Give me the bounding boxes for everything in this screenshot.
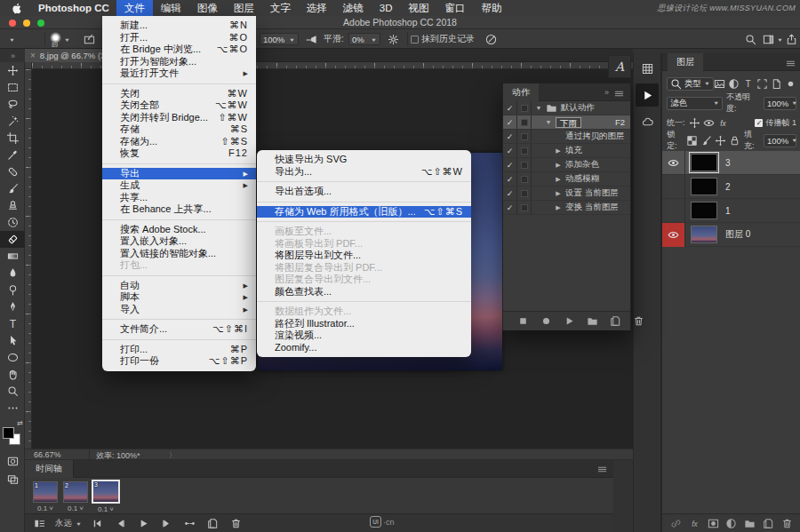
history-brush-tool[interactable] [0,214,25,231]
caret-icon[interactable]: ▼ [535,105,542,111]
unify-position-icon[interactable] [689,117,700,129]
file-menu-item[interactable]: 关闭全部⌥⌘W [102,99,256,112]
action-dialog-toggle[interactable] [517,201,532,214]
blend-mode-select[interactable]: 滤色 ▼ [667,97,723,110]
file-menu-item[interactable]: 搜索 Adobe Stock... [102,224,256,236]
timeline-tab[interactable]: 时间轴 [25,460,74,478]
creative-cloud-icon[interactable] [636,110,659,133]
smoothing-dropdown[interactable]: 0% ▼ [348,33,380,45]
file-menu-item[interactable]: 导出▶ [102,168,256,180]
file-menu-item[interactable]: 在 Behance 上共享... [102,203,256,216]
clone-stamp-tool[interactable] [0,197,25,214]
actions-tab[interactable]: 动作 [503,83,539,101]
action-check-icon[interactable]: ✓ [503,130,517,143]
blur-tool[interactable] [0,265,25,282]
new-group-icon[interactable] [744,518,756,529]
lock-all-icon[interactable] [729,135,740,147]
export-submenu-item[interactable]: 快速导出为 SVG [257,154,471,166]
layer-visibility-toggle[interactable] [662,199,685,223]
file-menu-item[interactable]: 置入嵌入对象... [102,235,256,248]
layers-tab[interactable]: 图层 [668,53,703,71]
action-row[interactable]: ✓▼默认动作 [503,101,630,115]
file-menu-item[interactable]: 自动▶ [102,280,256,292]
zoom-tool[interactable] [0,383,25,400]
type-tool[interactable]: T [0,315,25,332]
unify-style-icon[interactable]: fx [717,117,729,129]
lock-transparency-icon[interactable] [686,135,698,147]
crop-tool[interactable] [0,130,25,147]
quick-mask-icon[interactable] [0,453,25,469]
play-action-icon[interactable] [564,315,575,327]
menubar-item-3D[interactable]: 3D [372,0,401,16]
menubar-item-选择[interactable]: 选择 [299,0,335,16]
swatches-panel-icon[interactable] [636,57,659,80]
layer-thumbnail[interactable] [691,226,717,243]
eyedropper-tool[interactable] [0,147,25,163]
action-check-icon[interactable]: ✓ [503,172,517,186]
export-submenu-item[interactable]: 路径到 Illustrator... [257,318,471,330]
eraser-tool[interactable] [0,231,25,248]
delete-layer-icon[interactable] [781,518,793,529]
action-row[interactable]: ✓▼下雨F2 [503,115,630,130]
propagate-checkbox[interactable]: ✓ [755,119,763,127]
menubar-item-帮助[interactable]: 帮助 [474,0,510,16]
layer-visibility-toggle[interactable] [662,175,685,199]
glyphs-panel-icon[interactable]: A [608,55,631,78]
path-selection-tool[interactable] [0,332,25,349]
filter-adjustment-layers-icon[interactable] [728,78,740,90]
filter-type-layers-icon[interactable]: T [742,78,754,90]
file-menu-item[interactable]: 最近打开文件▶ [102,67,256,80]
file-menu-item[interactable]: 恢复F12 [102,147,256,160]
layer-thumbnail[interactable] [691,202,717,219]
menubar-item-视图[interactable]: 视图 [401,0,437,16]
new-layer-icon[interactable] [763,518,774,529]
app-menu[interactable]: Photoshop CC [31,3,116,13]
action-dialog-toggle[interactable] [517,130,532,143]
actions-panel-icon[interactable] [636,83,659,107]
screen-mode-icon[interactable] [0,471,25,487]
layer-name[interactable]: 1 [725,206,731,216]
previous-frame-button[interactable] [114,518,128,529]
file-menu-item[interactable]: 新建...⌘N [102,20,256,32]
tool-preset-picker[interactable]: ▼ [6,29,15,49]
delete-action-icon[interactable] [633,315,644,327]
export-submenu-item[interactable]: 将图层复合导出到 PDF... [257,262,471,274]
more-tools[interactable] [0,400,25,417]
stop-recording-icon[interactable] [517,315,529,327]
layer-thumbnail[interactable] [691,154,717,171]
duplicate-frame-button[interactable] [206,518,220,529]
action-dialog-toggle[interactable] [517,144,532,157]
export-submenu-item[interactable]: 将画板导出到 PDF... [257,238,471,250]
caret-icon[interactable]: ▶ [555,162,562,169]
collapse-panels-icon[interactable]: » [0,49,25,62]
layer-style-icon[interactable]: fx [689,518,700,529]
workspace-switcher[interactable]: ▼ [763,29,783,49]
magic-wand-tool[interactable] [0,113,25,130]
link-layers-icon[interactable] [670,518,682,529]
move-tool[interactable] [0,62,25,79]
file-menu-item[interactable]: 存储⌘S [102,123,256,136]
layer-row[interactable]: 图层 0 [662,223,800,247]
export-submenu-item[interactable]: 导出为...⌥⇧⌘W [257,166,471,179]
begin-recording-icon[interactable] [540,315,552,327]
brush-tool[interactable] [0,180,25,197]
action-check-icon[interactable]: ✓ [503,115,517,129]
action-dialog-toggle[interactable] [517,187,532,200]
action-check-icon[interactable]: ✓ [503,144,517,157]
next-frame-button[interactable] [160,518,174,529]
actions-menu-icon[interactable] [613,88,625,99]
export-submenu-item[interactable]: 导出首选项... [257,186,471,198]
frame-thumbnail[interactable]: 3 [92,480,120,504]
action-check-icon[interactable]: ✓ [503,158,517,171]
layer-filter-select[interactable]: 类型 ▼ [667,77,714,91]
convert-timeline-icon[interactable] [32,518,46,529]
erase-to-history-checkbox[interactable]: 抹到历史记录 [411,29,475,49]
unify-visibility-icon[interactable] [703,117,715,129]
lock-pixels-icon[interactable] [700,135,712,147]
play-animation-button[interactable] [137,518,151,529]
frame-delay-selector[interactable]: 0.1 ˅ [30,504,60,512]
export-submenu-item[interactable]: 存储为 Web 所用格式（旧版）...⌥⇧⌘S [257,206,471,218]
search-icon[interactable] [745,29,756,49]
file-menu-item[interactable]: 导入▶ [102,304,256,316]
layer-row[interactable]: 3 [662,151,800,175]
